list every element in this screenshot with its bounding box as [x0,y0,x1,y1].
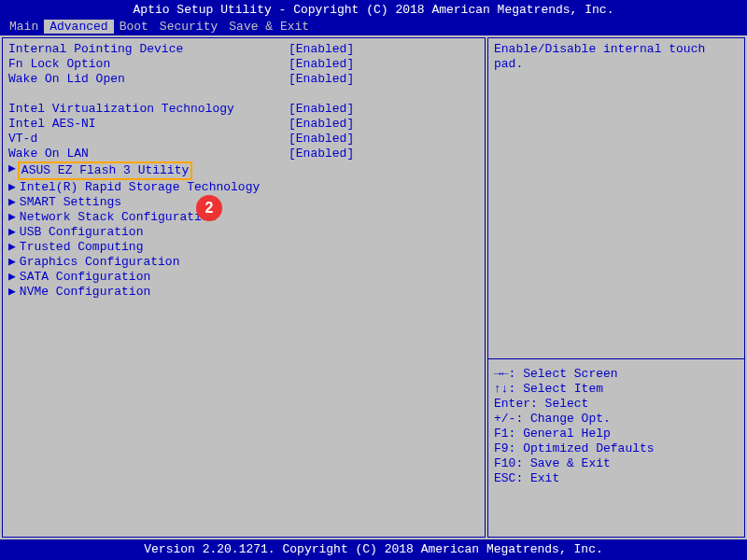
annotation-badge: 2 [196,195,222,221]
setting-value: [Enabled] [289,117,354,132]
setting-value: [Enabled] [289,42,354,57]
triangle-icon: ▶ [8,240,16,255]
submenu-label: USB Configuration [20,225,144,240]
triangle-icon: ▶ [8,210,16,225]
nav-line: +/-: Change Opt. [494,412,739,427]
submenu-label: SATA Configuration [20,270,150,285]
nav-line: Enter: Select [494,397,739,412]
setting-value: [Enabled] [289,102,354,117]
triangle-icon: ▶ [8,195,16,210]
menu-bar: Main Advanced Boot Security Save & Exit [0,20,747,35]
divider [488,79,744,359]
setting-aes-ni[interactable]: Intel AES-NI [Enabled] [8,117,479,132]
setting-vtd[interactable]: VT-d [Enabled] [8,132,479,147]
setting-value: [Enabled] [289,132,354,147]
setting-wake-lid[interactable]: Wake On Lid Open [Enabled] [8,72,479,87]
setting-intel-vt[interactable]: Intel Virtualization Technology [Enabled… [8,102,479,117]
setting-label: Intel Virtualization Technology [8,102,289,117]
submenu-graphics[interactable]: ▶ Graphics Configuration [8,255,479,270]
submenu-label: ASUS EZ Flash 3 Utility [18,161,192,180]
setting-value: [Enabled] [289,147,354,161]
triangle-icon: ▶ [8,225,16,240]
triangle-icon: ▶ [8,161,16,180]
submenu-network-stack[interactable]: ▶ Network Stack Configuration [8,210,479,225]
setting-value: [Enabled] [289,72,354,87]
setting-fn-lock[interactable]: Fn Lock Option [Enabled] [8,57,479,72]
submenu-nvme[interactable]: ▶ NVMe Configuration [8,285,479,300]
submenu-trusted-computing[interactable]: ▶ Trusted Computing [8,240,479,255]
setting-label: Wake On Lid Open [8,72,289,87]
setting-label: VT-d [8,132,289,147]
nav-help: →←: Select Screen ↑↓: Select Item Enter:… [494,367,739,533]
setting-wake-lan[interactable]: Wake On LAN [Enabled] [8,147,479,161]
submenu-label: Trusted Computing [20,240,144,255]
submenu-label: Graphics Configuration [20,255,180,270]
triangle-icon: ▶ [8,255,16,270]
submenu-ez-flash[interactable]: ▶ ASUS EZ Flash 3 Utility [8,161,479,180]
submenu-smart[interactable]: ▶ SMART Settings [8,195,479,210]
setting-label: Wake On LAN [8,147,289,161]
nav-line: ↑↓: Select Item [494,382,739,397]
help-description: Enable/Disable internal touch pad. [494,42,739,72]
submenu-label: Network Stack Configuration [20,210,217,225]
setting-internal-pointing[interactable]: Internal Pointing Device [Enabled] [8,42,479,57]
menu-boot[interactable]: Boot [114,20,154,34]
setting-label: Fn Lock Option [8,57,289,72]
menu-save-exit[interactable]: Save & Exit [223,20,315,34]
nav-line: F1: General Help [494,427,739,441]
triangle-icon: ▶ [8,285,16,300]
submenu-label: NVMe Configuration [20,285,150,300]
submenu-usb[interactable]: ▶ USB Configuration [8,225,479,240]
submenu-label: SMART Settings [20,195,121,210]
nav-line: →←: Select Screen [494,367,739,382]
setting-label: Intel AES-NI [8,117,289,132]
nav-line: ESC: Exit [494,471,739,486]
setting-label: Internal Pointing Device [8,42,289,57]
menu-security[interactable]: Security [154,20,223,34]
menu-advanced[interactable]: Advanced [44,20,113,34]
menu-main[interactable]: Main [4,20,44,34]
submenu-sata[interactable]: ▶ SATA Configuration [8,270,479,285]
triangle-icon: ▶ [8,270,16,285]
footer-bar: Version 2.20.1271. Copyright (C) 2018 Am… [0,539,747,559]
nav-line: F9: Optimized Defaults [494,441,739,456]
title-bar: Aptio Setup Utility - Copyright (C) 2018… [0,0,747,20]
submenu-rapid-storage[interactable]: ▶ Intel(R) Rapid Storage Technology [8,180,479,195]
nav-line: F10: Save & Exit [494,456,739,471]
left-panel: Internal Pointing Device [Enabled] Fn Lo… [2,37,486,538]
submenu-label: Intel(R) Rapid Storage Technology [20,180,260,195]
triangle-icon: ▶ [8,180,16,195]
main-area: Internal Pointing Device [Enabled] Fn Lo… [0,35,747,539]
right-panel: Enable/Disable internal touch pad. →←: S… [487,37,745,538]
setting-value: [Enabled] [289,57,354,72]
